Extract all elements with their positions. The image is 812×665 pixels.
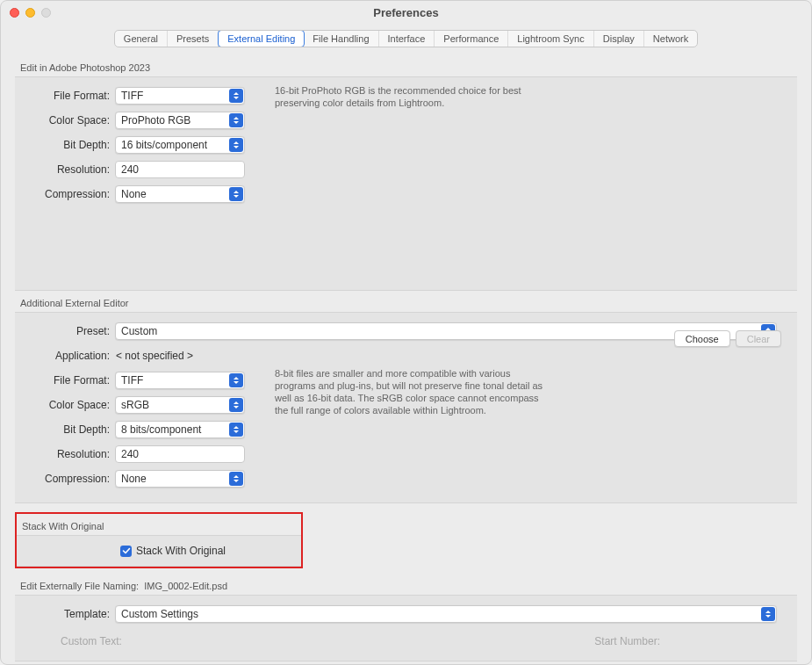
input-resolution-2[interactable]: 240 — [115, 445, 245, 463]
section-header-photoshop: Edit in Adobe Photoshop 2023 — [20, 62, 797, 73]
section-header-additional: Additional External Editor — [20, 298, 797, 308]
label-resolution-1: Resolution: — [31, 163, 110, 176]
select-bit-depth-1[interactable]: 16 bits/component — [115, 136, 245, 154]
label-bit-depth-2: Bit Depth: — [31, 423, 110, 436]
tab-network[interactable]: Network — [644, 31, 697, 47]
window-title: Preferences — [373, 6, 438, 19]
select-file-format-1[interactable]: TIFF — [115, 87, 245, 105]
help-text-additional: 8-bit files are smaller and more compati… — [275, 367, 547, 416]
label-application: Application: — [31, 350, 110, 362]
select-arrows-icon — [229, 423, 243, 437]
tab-performance[interactable]: Performance — [435, 31, 508, 47]
select-template[interactable]: Custom Settings — [115, 605, 777, 623]
select-color-space-2[interactable]: sRGB — [115, 396, 245, 414]
help-text-photoshop: 16-bit ProPhoto RGB is the recommended c… — [275, 84, 547, 109]
tab-lightroom-sync[interactable]: Lightroom Sync — [508, 31, 593, 47]
tab-external-editing[interactable]: External Editing — [218, 30, 305, 47]
label-resolution-2: Resolution: — [31, 448, 110, 460]
select-arrows-icon — [229, 89, 243, 103]
label-start-number: Start Number: — [594, 635, 660, 647]
check-icon — [122, 546, 131, 555]
label-custom-text: Custom Text: — [61, 635, 122, 647]
select-arrows-icon — [229, 373, 243, 387]
input-resolution-1[interactable]: 240 — [115, 161, 245, 178]
select-arrows-icon — [229, 138, 243, 152]
select-bit-depth-2[interactable]: 8 bits/component — [115, 421, 245, 438]
titlebar: Preferences — [1, 1, 811, 24]
label-file-format-2: File Format: — [31, 374, 110, 387]
section-header-naming: Edit Externally File Naming: IMG_0002-Ed… — [20, 581, 797, 591]
label-file-format-1: File Format: — [31, 90, 110, 102]
label-preset: Preset: — [31, 325, 110, 337]
select-color-space-1[interactable]: ProPhoto RGB — [115, 112, 245, 129]
label-bit-depth-1: Bit Depth: — [31, 139, 110, 151]
label-template: Template: — [31, 608, 110, 620]
checkbox-stack-with-original[interactable] — [120, 546, 132, 557]
select-compression-2[interactable]: None — [115, 470, 245, 488]
tab-strip: General Presets External Editing File Ha… — [114, 30, 698, 47]
tab-general[interactable]: General — [115, 31, 168, 47]
label-compression-2: Compression: — [31, 473, 110, 485]
select-arrows-icon — [761, 607, 775, 621]
checkbox-label-stack: Stack With Original — [136, 545, 226, 557]
panel-naming: Template: Custom Settings Custom Text: S… — [15, 595, 797, 661]
select-arrows-icon — [229, 187, 243, 201]
window-controls — [10, 8, 51, 18]
preferences-window: Preferences General Presets External Edi… — [0, 0, 812, 665]
label-compression-1: Compression: — [31, 188, 110, 200]
application-value: < not specified > — [116, 350, 193, 362]
select-arrows-icon — [229, 472, 243, 486]
select-file-format-2[interactable]: TIFF — [115, 372, 245, 389]
panel-stack: Stack With Original — [17, 535, 301, 567]
select-arrows-icon — [229, 113, 243, 127]
highlight-stack-with-original: Stack With Original Stack With Original — [15, 512, 303, 568]
minimize-window-button[interactable] — [25, 8, 35, 18]
close-window-button[interactable] — [10, 8, 19, 18]
panel-photoshop: 16-bit ProPhoto RGB is the recommended c… — [15, 76, 797, 291]
clear-button: Clear — [736, 330, 781, 347]
select-compression-1[interactable]: None — [115, 185, 245, 203]
tab-bar: General Presets External Editing File Ha… — [1, 27, 811, 50]
label-color-space-2: Color Space: — [31, 399, 110, 411]
tab-display[interactable]: Display — [594, 31, 644, 47]
section-header-stack: Stack With Original — [22, 521, 301, 531]
tab-file-handling[interactable]: File Handling — [304, 31, 378, 47]
panel-additional: Preset: Custom Application: < not specif… — [15, 312, 797, 503]
tab-presets[interactable]: Presets — [168, 31, 219, 47]
choose-button[interactable]: Choose — [674, 330, 730, 347]
zoom-window-button — [41, 8, 51, 18]
label-color-space-1: Color Space: — [31, 114, 110, 126]
tab-interface[interactable]: Interface — [379, 31, 435, 47]
content-area: Edit in Adobe Photoshop 2023 16-bit ProP… — [1, 50, 811, 661]
select-arrows-icon — [229, 398, 243, 412]
